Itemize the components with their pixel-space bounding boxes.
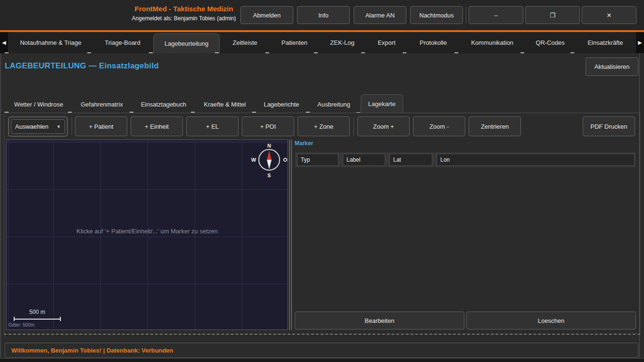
- app-window: FrontMed - Taktische Medizin Angemeldet …: [0, 0, 644, 362]
- marker-panel-title: Marker: [295, 140, 313, 147]
- tab-qr-codes[interactable]: QR-Codes: [525, 32, 575, 53]
- tab-zeitleiste[interactable]: Zeitleiste: [220, 32, 270, 53]
- header-title-block: FrontMed - Taktische Medizin Angemeldet …: [113, 4, 255, 23]
- add-zone-button[interactable]: + Zone: [297, 116, 350, 136]
- pdf-print-button[interactable]: PDF Drucken: [583, 116, 635, 136]
- tab-export[interactable]: Export: [366, 32, 407, 53]
- subtab-gefahrenmatrix[interactable]: Gefahrenmatrix: [73, 96, 131, 113]
- delete-marker-button[interactable]: Loeschen: [466, 312, 636, 329]
- map-empty-hint: Klicke auf '+ Patient/Einheit/...' um Ma…: [7, 228, 288, 235]
- svg-text:W: W: [251, 157, 256, 163]
- compass-rose-icon: N S W O: [248, 141, 288, 180]
- zoom-out-button[interactable]: Zoom -: [413, 116, 465, 136]
- marker-select-value: Auswaehlen: [15, 123, 49, 130]
- column-header-label[interactable]: Label: [343, 154, 385, 166]
- close-icon: ✕: [607, 12, 612, 19]
- add-el-button[interactable]: + EL: [186, 116, 239, 136]
- status-text: Willkommen, Benjamin Tobies! | Datenbank…: [11, 347, 173, 354]
- tab-scroll-right-icon[interactable]: ▶: [636, 32, 644, 53]
- column-header-lon[interactable]: Lon: [437, 154, 635, 166]
- info-button[interactable]: Info: [297, 6, 350, 24]
- tab-patienten[interactable]: Patienten: [270, 32, 319, 53]
- toolbar-separator-1: [72, 118, 72, 135]
- svg-text:S: S: [267, 173, 271, 178]
- tab-triage-board[interactable]: Triage-Board: [92, 32, 153, 53]
- add-poi-button[interactable]: + POI: [242, 116, 294, 136]
- minimize-icon: –: [494, 12, 497, 19]
- subtab-kraefte-mittel[interactable]: Kraefte & Mittel: [196, 96, 254, 113]
- map-scale-bar: [14, 317, 61, 321]
- marker-select-frame: Auswaehlen ▼: [8, 116, 68, 137]
- header: FrontMed - Taktische Medizin Angemeldet …: [0, 0, 644, 30]
- tab-scroll-left-icon[interactable]: ◀: [0, 32, 8, 53]
- svg-text:N: N: [267, 143, 271, 148]
- tab-einsatzkraefte[interactable]: Einsatzkräfte: [575, 32, 636, 53]
- close-button[interactable]: ✕: [582, 6, 636, 24]
- edit-marker-button[interactable]: Bearbeiten: [295, 312, 464, 329]
- page-title: LAGEBEURTEILUNG — Einsatzlagebild: [5, 61, 159, 71]
- column-header-lat[interactable]: Lat: [389, 154, 432, 166]
- chevron-down-icon: ▼: [57, 124, 61, 129]
- marker-select-dropdown[interactable]: Auswaehlen ▼: [11, 119, 65, 134]
- map-panel-splitter[interactable]: [289, 140, 292, 330]
- refresh-button[interactable]: Aktualisieren: [586, 58, 638, 76]
- logged-in-as: Angemeldet als: Benjamin Tobies (admin): [113, 14, 255, 23]
- svg-text:O: O: [283, 157, 288, 163]
- night-mode-button[interactable]: Nachtmodus: [410, 6, 463, 24]
- subtab-lagekarte[interactable]: Lagekarte: [361, 94, 403, 113]
- subtab-einsatztagebuch[interactable]: Einsatztagebuch: [134, 96, 193, 113]
- maximize-button[interactable]: ❐: [525, 6, 580, 24]
- minimize-button[interactable]: –: [469, 6, 523, 24]
- zoom-in-button[interactable]: Zoom +: [357, 116, 410, 136]
- add-patient-button[interactable]: + Patient: [75, 116, 127, 136]
- logout-button[interactable]: Abmelden: [240, 6, 293, 24]
- window-left-edge: [0, 53, 1, 358]
- alarms-toggle-button[interactable]: Alarme AN: [354, 6, 406, 24]
- maximize-icon: ❐: [550, 12, 555, 19]
- tab-protokolle[interactable]: Protokolle: [407, 32, 459, 53]
- status-bar: Willkommen, Benjamin Tobies! | Datenbank…: [5, 343, 638, 358]
- subtab-wetter-windrose[interactable]: Wetter / Windrose: [9, 96, 68, 113]
- window-controls-separator: [466, 7, 466, 24]
- map-canvas[interactable]: N S W O Klicke auf '+ Patient/Einheit/..…: [6, 140, 288, 330]
- center-map-button[interactable]: Zentrieren: [469, 116, 521, 136]
- subtab-ausbreitung[interactable]: Ausbreitung: [311, 96, 357, 113]
- tab-notaufnahme-triage[interactable]: Notaufnahme & Triage: [9, 32, 92, 53]
- column-header-typ[interactable]: Typ: [297, 154, 339, 166]
- window-bottom-edge: [0, 358, 644, 362]
- main-tab-bar: ◀ Notaufnahme & Triage Triage-Board Lage…: [0, 32, 644, 53]
- marker-table-header: Typ Label Lat Lon: [295, 152, 636, 168]
- tab-lagebeurteilung[interactable]: Lagebeurteilung: [153, 33, 220, 53]
- add-unit-button[interactable]: + Einheit: [131, 116, 183, 136]
- map-grid-label: Gitter: 500m: [8, 322, 34, 328]
- tab-kommunikation[interactable]: Kommunikation: [459, 32, 525, 53]
- tab-zek-log[interactable]: ZEK-Log: [319, 32, 366, 53]
- app-title: FrontMed - Taktische Medizin: [113, 4, 255, 14]
- toolbar-separator-2: [354, 118, 354, 135]
- subtab-lageberichte[interactable]: Lageberichte: [257, 96, 306, 113]
- map-scale-label: 500 m: [14, 309, 61, 315]
